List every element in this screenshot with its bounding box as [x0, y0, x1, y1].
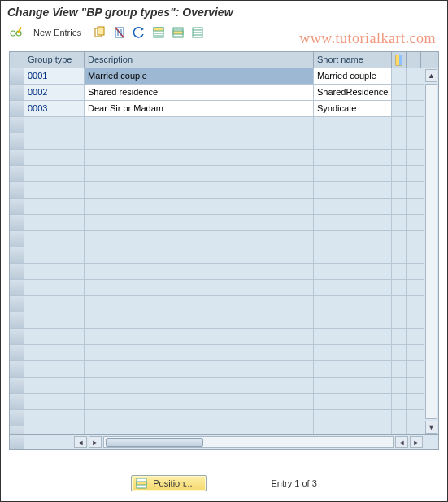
undo-button[interactable] — [132, 25, 146, 40]
copy-as-button[interactable] — [93, 25, 107, 40]
cell-short-name[interactable] — [314, 280, 392, 295]
table-row[interactable]: 0001Married coupleMarried couple — [10, 68, 438, 85]
column-header-group-type[interactable]: Group type — [24, 52, 85, 68]
row-selector[interactable] — [10, 312, 24, 328]
configure-columns-button[interactable] — [392, 52, 407, 68]
cell-group-type[interactable]: 0001 — [24, 68, 85, 84]
cell-description[interactable]: Married couple — [85, 68, 314, 84]
cell-description[interactable]: Shared residence — [85, 85, 314, 100]
cell-short-name[interactable]: Married couple — [314, 68, 392, 84]
cell-short-name[interactable] — [314, 231, 392, 247]
scroll-up-icon[interactable]: ▲ — [425, 69, 437, 82]
cell-description[interactable] — [85, 182, 314, 198]
cell-short-name[interactable] — [314, 410, 392, 426]
cell-group-type[interactable] — [24, 394, 85, 409]
cell-group-type[interactable] — [24, 182, 85, 198]
cell-group-type[interactable] — [24, 296, 85, 312]
cell-group-type[interactable] — [24, 426, 85, 434]
cell-description[interactable] — [85, 215, 314, 230]
row-selector[interactable] — [10, 410, 24, 426]
cell-group-type[interactable] — [24, 166, 85, 181]
cell-short-name[interactable] — [314, 426, 392, 434]
cell-short-name[interactable] — [314, 182, 392, 198]
cell-description[interactable] — [85, 133, 314, 149]
toggle-display-change-button[interactable] — [9, 25, 24, 40]
cell-description[interactable] — [85, 361, 314, 377]
delete-button[interactable] — [112, 25, 127, 40]
cell-description[interactable] — [85, 247, 314, 263]
scroll-left-end-icon[interactable]: ◄ — [395, 436, 408, 448]
cell-description[interactable] — [85, 345, 314, 360]
cell-short-name[interactable] — [314, 150, 392, 165]
row-selector[interactable] — [10, 280, 24, 295]
table-row-empty[interactable] — [10, 312, 438, 329]
select-block-button[interactable] — [171, 25, 185, 40]
cell-group-type[interactable] — [24, 133, 85, 149]
cell-short-name[interactable] — [314, 247, 392, 263]
cell-description[interactable] — [85, 378, 314, 393]
cell-description[interactable] — [85, 117, 314, 133]
scroll-right-icon[interactable]: ► — [89, 436, 102, 448]
table-row-empty[interactable] — [10, 247, 438, 264]
cell-group-type[interactable] — [24, 280, 85, 295]
table-row-empty[interactable] — [10, 280, 438, 296]
table-row-empty[interactable] — [10, 117, 438, 133]
row-selector-header[interactable] — [10, 52, 24, 68]
vscroll-track[interactable] — [425, 84, 437, 419]
cell-description[interactable] — [85, 280, 314, 295]
row-selector[interactable] — [10, 85, 24, 100]
row-selector[interactable] — [10, 117, 24, 133]
row-selector[interactable] — [10, 426, 24, 434]
cell-short-name[interactable]: SharedResidence — [314, 85, 392, 100]
row-selector[interactable] — [10, 378, 24, 393]
table-row-empty[interactable] — [10, 296, 438, 312]
cell-short-name[interactable] — [314, 378, 392, 393]
cell-description[interactable] — [85, 296, 314, 312]
cell-group-type[interactable] — [24, 378, 85, 393]
table-row-empty[interactable] — [10, 361, 438, 378]
cell-group-type[interactable] — [24, 264, 85, 279]
table-row-empty[interactable] — [10, 264, 438, 280]
row-selector[interactable] — [10, 215, 24, 230]
table-row-empty[interactable] — [10, 231, 438, 247]
table-row-empty[interactable] — [10, 215, 438, 231]
column-header-description[interactable]: Description — [85, 52, 314, 68]
row-selector[interactable] — [10, 68, 24, 84]
row-selector[interactable] — [10, 182, 24, 198]
cell-group-type[interactable] — [24, 231, 85, 247]
cell-group-type[interactable]: 0002 — [24, 85, 85, 100]
column-header-short-name[interactable]: Short name — [314, 52, 392, 68]
row-selector[interactable] — [10, 296, 24, 312]
table-row-empty[interactable] — [10, 199, 438, 215]
row-selector[interactable] — [10, 329, 24, 344]
cell-description[interactable] — [85, 150, 314, 165]
cell-description[interactable] — [85, 410, 314, 426]
row-selector[interactable] — [10, 345, 24, 360]
cell-group-type[interactable] — [24, 247, 85, 263]
table-row[interactable]: 0003Dear Sir or MadamSyndicate — [10, 101, 438, 117]
cell-description[interactable] — [85, 394, 314, 409]
row-selector[interactable] — [10, 150, 24, 165]
cell-short-name[interactable] — [314, 199, 392, 214]
cell-group-type[interactable] — [24, 150, 85, 165]
row-selector[interactable] — [10, 231, 24, 247]
scroll-down-icon[interactable]: ▼ — [425, 421, 437, 434]
position-button[interactable]: Position... — [131, 475, 206, 491]
hscroll-track[interactable] — [103, 436, 394, 448]
cell-group-type[interactable] — [24, 215, 85, 230]
cell-description[interactable] — [85, 166, 314, 181]
cell-short-name[interactable] — [314, 166, 392, 181]
cell-short-name[interactable] — [314, 345, 392, 360]
cell-description[interactable] — [85, 329, 314, 344]
cell-short-name[interactable] — [314, 312, 392, 328]
table-row-empty[interactable] — [10, 182, 438, 199]
cell-description[interactable] — [85, 199, 314, 214]
row-selector[interactable] — [10, 247, 24, 263]
cell-description[interactable] — [85, 264, 314, 279]
cell-description[interactable] — [85, 231, 314, 247]
table-row-empty[interactable] — [10, 378, 438, 394]
row-selector[interactable] — [10, 133, 24, 149]
cell-group-type[interactable] — [24, 199, 85, 214]
row-selector[interactable] — [10, 101, 24, 116]
cell-short-name[interactable] — [314, 264, 392, 279]
